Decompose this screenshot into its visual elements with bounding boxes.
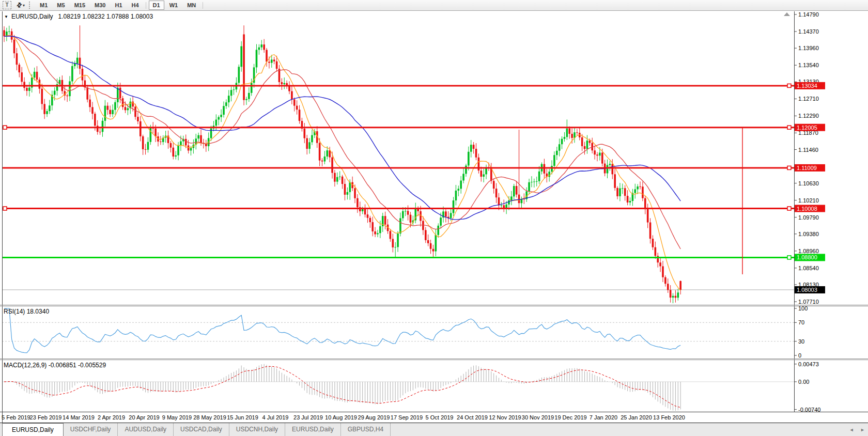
price-tick: 1.07710 (798, 299, 819, 305)
price-tick: 1.12290 (798, 113, 819, 119)
date-tick[interactable]: 4 Jul 2019 (262, 414, 289, 421)
date-tick[interactable]: 12 Nov 2019 (489, 414, 521, 421)
price-tick: 1.09790 (798, 214, 819, 221)
tab-scroll-arrows: ◄ ► (844, 427, 865, 432)
date-tick[interactable]: 15 Jun 2019 (227, 414, 258, 421)
date-tick[interactable]: 30 Nov 2019 (522, 414, 554, 421)
date-tick[interactable]: 10 Aug 2019 (325, 414, 357, 421)
date-tick[interactable]: 25 Jan 2020 (621, 414, 652, 421)
chart-tab-2[interactable]: AUDUSD,Daily (118, 423, 174, 436)
timeframe-button-m30[interactable]: M30 (90, 1, 110, 10)
level-price-label-text: 1.10008 (797, 206, 817, 212)
tab-scroll-left-icon[interactable]: ◄ (849, 427, 854, 432)
chart-background (0, 11, 868, 423)
macd-tick: -0.00740 (798, 407, 820, 413)
timeframe-buttons: M1M5M15M30H1H4D1W1MN (35, 1, 205, 10)
rsi-tick: 70 (798, 319, 804, 325)
timeframe-button-m15[interactable]: M15 (70, 1, 89, 10)
chart-tab-3[interactable]: USDCAD,Daily (174, 423, 229, 436)
date-tick[interactable]: 28 May 2019 (193, 414, 226, 421)
chart-tab-6[interactable]: GBPUSD,H4 (341, 423, 391, 436)
chart-tab-bar: EURUSD,DailyUSDCHF,DailyAUDUSD,DailyUSDC… (0, 423, 868, 436)
price-tick: 1.14370 (798, 28, 819, 35)
price-tick: 1.14790 (798, 11, 819, 18)
date-tick[interactable]: 17 Sep 2019 (391, 414, 423, 421)
hline-handle[interactable] (787, 166, 791, 169)
hline-handle[interactable] (787, 126, 791, 129)
hline-handle[interactable] (787, 207, 791, 210)
macd-tick: 0.00473 (798, 361, 819, 367)
date-tick[interactable]: 13 Feb 2020 (653, 414, 685, 421)
rsi-tick: 0 (798, 352, 801, 359)
toolbar-separator (203, 2, 203, 9)
date-tick[interactable]: 5 Feb 2019 (2, 414, 30, 421)
chart-canvas[interactable]: 1.147901.143701.139601.135401.131301.127… (0, 0, 868, 436)
macd-tick: 0.00 (798, 379, 809, 385)
rsi-tick: 100 (798, 305, 808, 312)
price-tick: 1.10210 (798, 197, 819, 204)
chart-tab-4[interactable]: USDCNH,Daily (229, 423, 285, 436)
hline-handle[interactable] (787, 256, 791, 259)
level-price-label-text: 1.13034 (797, 83, 817, 89)
date-tick[interactable]: 24 Oct 2019 (457, 414, 488, 421)
chart-tab-0[interactable]: EURUSD,Daily (2, 423, 64, 436)
chart-tab-5[interactable]: EURUSD,Daily (285, 423, 341, 436)
rsi-indicator-label: RSI(14) 18.0340 (4, 308, 49, 315)
date-tick[interactable]: 9 May 2019 (162, 414, 192, 421)
date-tick[interactable]: 29 Aug 2019 (358, 414, 390, 421)
date-tick[interactable]: 23 Jul 2019 (293, 414, 323, 421)
timeframe-button-h4[interactable]: H4 (128, 1, 143, 10)
timeframe-button-m5[interactable]: M5 (53, 1, 69, 10)
tab-scroll-right-icon[interactable]: ► (860, 427, 865, 432)
date-tick[interactable]: 2 Apr 2019 (98, 414, 125, 421)
date-tick[interactable]: 14 Mar 2019 (63, 414, 95, 421)
cycle-symbols-icon[interactable]: ⇅ (15, 1, 24, 9)
hline-handle[interactable] (3, 207, 7, 210)
timeframe-button-d1[interactable]: D1 (149, 1, 164, 10)
text-tool-button[interactable]: T (3, 1, 11, 9)
level-price-label-text: 1.12005 (797, 124, 817, 131)
date-tick[interactable]: 5 Oct 2019 (426, 414, 454, 421)
timeframe-button-m1[interactable]: M1 (36, 1, 52, 10)
price-tick: 1.09380 (798, 231, 819, 237)
rsi-tick: 30 (798, 338, 804, 345)
toolbar-grip[interactable] (29, 2, 31, 9)
level-price-label-text: 1.08800 (797, 254, 817, 260)
price-tick: 1.13540 (798, 62, 819, 68)
chart-ohlc-quote: 1.08219 1.08232 1.07888 1.08003 (58, 13, 153, 20)
date-tick[interactable]: 7 Jan 2020 (590, 414, 617, 421)
price-tick: 1.08540 (798, 265, 819, 271)
price-tick: 1.12710 (798, 96, 819, 102)
top-toolbar: T ⇅ ▾ M1M5M15M30H1H4D1W1MN (0, 0, 868, 11)
toolbar-separator (146, 2, 146, 9)
timeframe-button-mn[interactable]: MN (183, 1, 200, 10)
hline-handle[interactable] (3, 126, 7, 129)
timeframe-button-h1[interactable]: H1 (111, 1, 126, 10)
chart-symbol-label: EURUSD,Daily (11, 13, 53, 20)
price-tick: 1.10630 (798, 180, 819, 186)
price-tick: 1.11460 (798, 147, 818, 153)
date-tick[interactable]: 19 Dec 2019 (554, 414, 586, 421)
chart-tabs: EURUSD,DailyUSDCHF,DailyAUDUSD,DailyUSDC… (0, 423, 391, 436)
chart-tab-1[interactable]: USDCHF,Daily (64, 423, 118, 436)
timeframe-button-w1[interactable]: W1 (165, 1, 182, 10)
hline-handle[interactable] (787, 84, 791, 87)
price-tick: 1.08960 (798, 248, 819, 254)
price-tick: 1.13960 (798, 45, 819, 51)
level-price-label-text: 1.11009 (797, 165, 817, 171)
chart-title: ▼ EURUSD,Daily 1.08219 1.08232 1.07888 1… (4, 13, 153, 20)
macd-indicator-label: MACD(12,26,9) -0.006851 -0.005529 (4, 362, 106, 369)
date-tick[interactable]: 23 Feb 2019 (30, 414, 62, 421)
current-price-label-text: 1.08003 (797, 287, 817, 293)
date-tick[interactable]: 20 Apr 2019 (129, 414, 159, 421)
chart-title-dropdown-icon[interactable]: ▼ (4, 14, 8, 19)
